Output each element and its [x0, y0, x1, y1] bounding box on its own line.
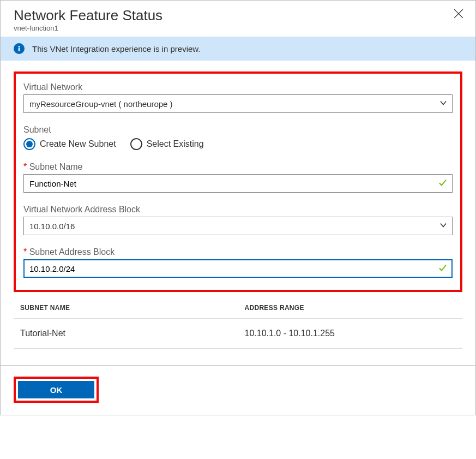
vnet-select-value: myResourceGroup-vnet ( northeurope ) [29, 99, 173, 109]
radio-icon [23, 138, 35, 150]
subnet-name-input[interactable] [23, 174, 453, 193]
table-row[interactable]: Tutorial-Net 10.10.1.0 - 10.10.1.255 [14, 319, 462, 349]
panel-footer: OK [1, 365, 475, 415]
ok-button-highlight: OK [14, 377, 99, 403]
table-header-name: SUBNET NAME [14, 297, 238, 319]
info-icon [14, 43, 25, 54]
info-bar: This VNet Integration experience is in p… [1, 37, 475, 61]
panel-subtitle: vnet-function1 [14, 24, 462, 32]
table-header-range: ADDRESS RANGE [238, 297, 463, 319]
subnet-address-block-input[interactable] [23, 259, 453, 278]
subnet-label: Subnet [23, 125, 453, 135]
vnet-label: Virtual Network [23, 82, 453, 92]
vnet-address-block-value: 10.10.0.0/16 [29, 222, 75, 231]
radio-icon [130, 138, 142, 150]
panel-title: Network Feature Status [14, 7, 462, 24]
ok-button[interactable]: OK [18, 381, 94, 398]
subnet-address-block-label: Subnet Address Block [23, 247, 453, 257]
subnet-name-label: Subnet Name [23, 162, 453, 172]
svg-point-2 [19, 46, 20, 47]
vnet-address-block-label: Virtual Network Address Block [23, 205, 453, 214]
close-icon [454, 12, 463, 20]
subnet-radio-existing[interactable]: Select Existing [130, 138, 204, 150]
form-highlight-box: Virtual Network myResourceGroup-vnet ( n… [14, 71, 462, 292]
info-message: This VNet Integration experience is in p… [32, 44, 201, 53]
panel-header: Network Feature Status vnet-function1 [1, 1, 475, 37]
network-feature-status-panel: Network Feature Status vnet-function1 Th… [0, 0, 476, 415]
subnet-table: SUBNET NAME ADDRESS RANGE Tutorial-Net 1… [14, 297, 462, 349]
close-button[interactable] [453, 8, 465, 20]
table-cell-range: 10.10.1.0 - 10.10.1.255 [238, 319, 463, 349]
radio-label-create: Create New Subnet [40, 139, 116, 149]
radio-label-existing: Select Existing [147, 139, 204, 149]
subnet-radio-create[interactable]: Create New Subnet [23, 138, 116, 150]
table-cell-name: Tutorial-Net [14, 319, 238, 349]
subnet-radio-group: Create New Subnet Select Existing [23, 138, 453, 150]
vnet-address-block-select[interactable]: 10.10.0.0/16 [23, 217, 453, 235]
panel-content: Virtual Network myResourceGroup-vnet ( n… [1, 61, 475, 354]
svg-rect-3 [19, 48, 20, 51]
vnet-select[interactable]: myResourceGroup-vnet ( northeurope ) [23, 94, 453, 113]
